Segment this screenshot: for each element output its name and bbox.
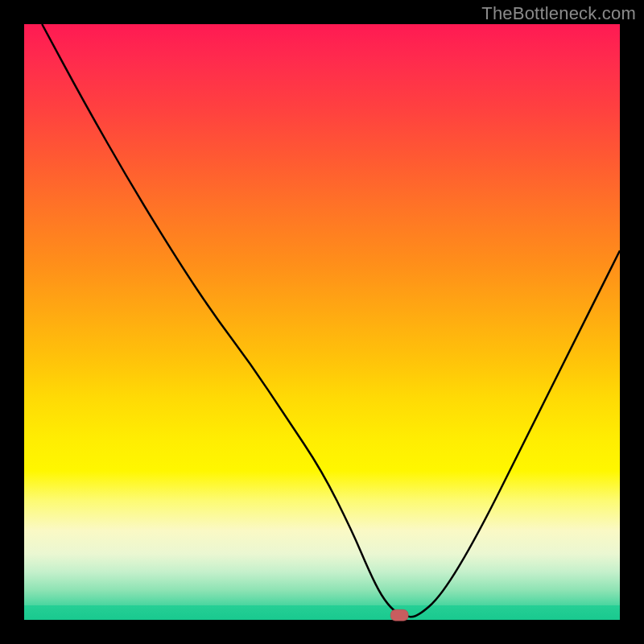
watermark-text: TheBottleneck.com [481, 3, 636, 24]
bottleneck-curve [42, 24, 620, 617]
chart-svg [24, 24, 620, 620]
optimum-marker [390, 609, 408, 621]
plot-area [24, 24, 620, 620]
